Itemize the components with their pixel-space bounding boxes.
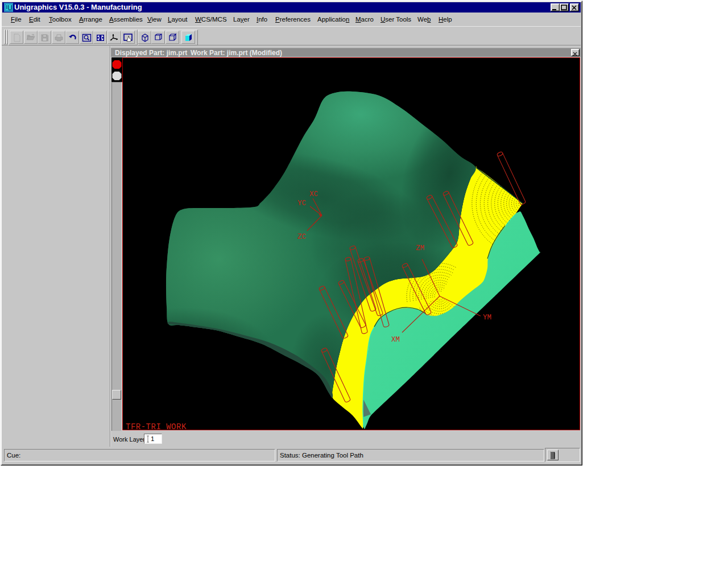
svg-text:ZC: ZC <box>297 233 306 241</box>
svg-text:XC: XC <box>309 190 318 198</box>
svg-text:ZM: ZM <box>416 244 424 252</box>
svg-text:YM: YM <box>483 314 491 322</box>
svg-text:XM: XM <box>391 336 400 344</box>
svg-text:TFR-TRI WORK: TFR-TRI WORK <box>126 422 187 430</box>
svg-text:YC: YC <box>297 199 306 207</box>
